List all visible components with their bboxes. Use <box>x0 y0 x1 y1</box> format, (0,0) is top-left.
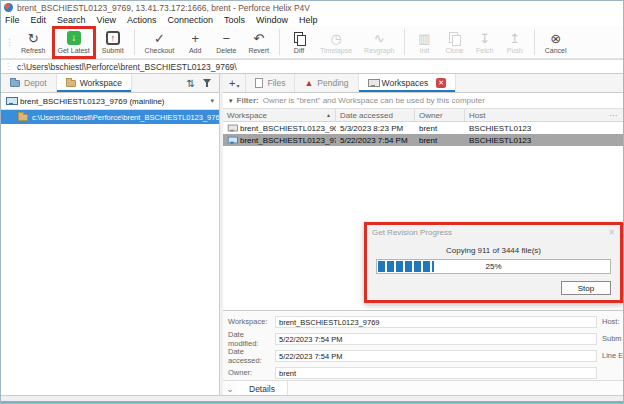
refresh-button[interactable]: ↻ Refresh <box>15 26 52 59</box>
menu-view[interactable]: View <box>97 15 116 25</box>
get-revision-progress-dialog: Get Revision Progress ✕ Copying 911 of 3… <box>364 222 623 303</box>
address-path: c:\Users\bschiestl\Perforce\brent_BSCHIE… <box>17 62 237 72</box>
pending-triangle-icon: ▲ <box>304 79 313 88</box>
menu-edit[interactable]: Edit <box>31 15 47 25</box>
filter-label: Filter: <box>237 96 259 105</box>
init-button: ▥ Init <box>409 26 439 59</box>
fetch-button: ↧ Fetch <box>470 26 500 59</box>
details-field-date-modified: 5/22/2023 7:54 PM <box>275 333 597 345</box>
timelapse-button: ◷ Timelapse <box>314 26 358 59</box>
depot-icon <box>10 80 20 87</box>
menu-connection[interactable]: Connection <box>167 15 213 25</box>
menu-file[interactable]: File <box>5 15 20 25</box>
cancel-button[interactable]: ⊗ Cancel <box>539 26 573 59</box>
checkout-icon: ✓ <box>154 31 165 46</box>
details-field-owner: brent <box>275 367 597 379</box>
column-header-workspace[interactable]: Workspace ▲ <box>223 109 336 121</box>
diff-button[interactable]: Diff <box>284 26 314 59</box>
revgraph-icon: ∿ <box>374 31 385 46</box>
get-latest-button[interactable]: ↓ Get Latest <box>52 26 96 59</box>
workspace-selector[interactable]: brent_BSCHIESTL0123_9769 (mainline) ▾ <box>1 93 219 110</box>
details-panel: Workspace: brent_BSCHIESTL0123_9769 Host… <box>223 310 624 380</box>
checkout-button[interactable]: ✓ Checkout <box>139 26 181 59</box>
submit-button[interactable]: ↑ Submit <box>96 26 130 59</box>
details-label-date-modified: Date modified: <box>228 330 275 348</box>
toolbar-separator <box>404 29 405 55</box>
menu-actions[interactable]: Actions <box>127 15 157 25</box>
workspaces-table-header: Workspace ▲ Date accessed Owner Host ⋯ <box>223 108 624 122</box>
revert-button[interactable]: ↶ Revert <box>242 26 275 59</box>
delete-button[interactable]: − Delete <box>210 26 242 59</box>
workspace-root-tree-item[interactable]: c:\Users\bschiestl\Perforce\brent_BSCHIE… <box>1 110 219 124</box>
column-header-date-accessed[interactable]: Date accessed <box>336 109 415 121</box>
menu-tools[interactable]: Tools <box>224 15 245 25</box>
toolbar-separator <box>134 29 135 55</box>
workspace-selector-value: brent_BSCHIESTL0123_9769 (mainline) <box>20 97 165 106</box>
table-row[interactable]: brent_BSCHIESTL0123_9006 5/3/2023 8:23 P… <box>223 122 624 134</box>
diff-icon <box>293 31 306 46</box>
toolbar-separator <box>279 29 280 55</box>
tab-workspaces[interactable]: Workspaces ✕ <box>359 74 457 92</box>
address-grip: ⋮ <box>4 62 12 71</box>
clone-button: Clone <box>439 26 469 59</box>
push-button: ↥ Push <box>500 26 530 59</box>
column-header-host[interactable]: Host ⋯ <box>465 109 624 121</box>
menu-help[interactable]: Help <box>299 15 318 25</box>
details-label-submit: Subm <box>597 334 624 343</box>
tab-pending[interactable]: ▲ Pending <box>295 74 358 92</box>
column-options-icon[interactable]: ⋯ <box>609 111 621 120</box>
workspace-row-icon <box>228 137 237 144</box>
stop-button[interactable]: Stop <box>561 281 611 295</box>
progress-message: Copying 911 of 3444 file(s) <box>367 246 620 255</box>
filter-bar[interactable]: ▾ Filter: Owner is "brent" and Workspace… <box>223 93 624 108</box>
right-tab-bar: + ▾ Files ▲ Pending Workspaces ✕ <box>223 74 624 93</box>
details-label-host: Host: <box>597 317 624 326</box>
sort-icon[interactable]: ⇅ <box>187 78 195 89</box>
dialog-title: Get Revision Progress <box>372 228 452 237</box>
tab-files[interactable]: Files <box>246 74 295 92</box>
dialog-title-bar: Get Revision Progress ✕ <box>367 225 620 237</box>
table-row-selected[interactable]: brent_BSCHIESTL0123_9769 5/22/2023 7:54 … <box>223 134 624 146</box>
p4v-app-icon <box>4 3 13 12</box>
address-bar[interactable]: ⋮ c:\Users\bschiestl\Perforce\brent_BSCH… <box>1 59 624 74</box>
p4v-window: brent_BSCHIESTL0123_9769, 13.41.73.172:1… <box>0 0 624 404</box>
chevron-down-icon: ▾ <box>210 97 214 105</box>
toolbar-separator <box>534 29 535 55</box>
submit-icon: ↑ <box>106 31 120 46</box>
menu-window[interactable]: Window <box>256 15 288 25</box>
workspace-root-path: c:\Users\bschiestl\Perforce\brent_BSCHIE… <box>32 113 219 122</box>
left-panel: Depot Workspace ⇅ brent_BSCHIESTL0123_97… <box>1 74 220 397</box>
dialog-close-icon[interactable]: ✕ <box>608 228 615 237</box>
progress-percent: 25% <box>377 260 610 273</box>
details-label-line-ending: Line E <box>597 351 624 360</box>
files-icon <box>255 78 263 88</box>
add-icon: + <box>191 31 199 46</box>
window-title: brent_BSCHIESTL0123_9769, 13.41.73.172:1… <box>17 3 310 13</box>
details-label-workspace: Workspace: <box>228 317 275 326</box>
close-tab-icon[interactable]: ✕ <box>436 78 446 88</box>
toolbar-grip: ⋮ <box>5 37 13 47</box>
filter-text: Owner is "brent" and Workspace can be us… <box>263 96 485 105</box>
left-tabbar-tools: ⇅ <box>187 74 219 92</box>
workspace-folder-icon <box>66 80 76 87</box>
add-button[interactable]: + Add <box>180 26 210 59</box>
clone-icon <box>448 31 461 46</box>
refresh-icon: ↻ <box>28 31 39 46</box>
workspace-monitor-icon <box>6 97 16 105</box>
filter-funnel-icon[interactable] <box>202 78 213 89</box>
push-icon: ↥ <box>509 31 520 46</box>
column-header-owner[interactable]: Owner <box>415 109 465 121</box>
delete-icon: − <box>223 31 231 46</box>
details-field-workspace: brent_BSCHIESTL0123_9769 <box>275 316 597 328</box>
chevron-down-icon: ▾ <box>229 97 233 105</box>
details-label-owner: Owner: <box>228 368 275 377</box>
details-field-date-accessed: 5/22/2023 7:54 PM <box>275 350 597 362</box>
revert-icon: ↶ <box>253 31 264 46</box>
menu-search[interactable]: Search <box>57 15 86 25</box>
tab-depot[interactable]: Depot <box>1 74 57 92</box>
workspace-row-icon <box>228 125 237 132</box>
tab-workspace[interactable]: Workspace <box>57 74 132 92</box>
workspaces-monitor-icon <box>368 79 378 87</box>
main-toolbar: ⋮ ↻ Refresh ↓ Get Latest ↑ Submit ✓ Chec… <box>1 26 624 59</box>
add-tab-button[interactable]: + ▾ <box>223 74 246 92</box>
